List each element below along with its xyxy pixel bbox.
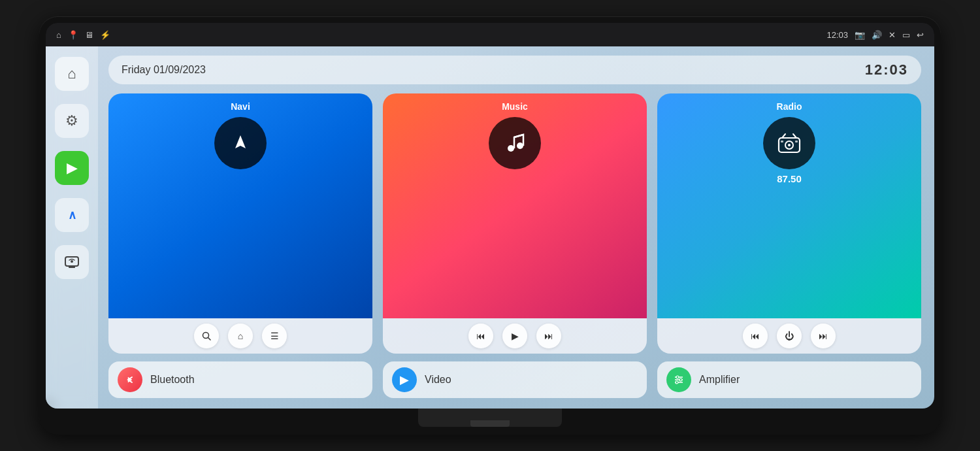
- home-status-icon: ⌂: [56, 30, 61, 40]
- music-controls: ⏮ ▶ ⏭: [383, 318, 647, 354]
- music-card-top: Music: [383, 93, 647, 318]
- bluetooth-button[interactable]: Bluetooth: [108, 361, 372, 398]
- video-label: Video: [425, 374, 451, 386]
- bluetooth-icon: [118, 367, 142, 392]
- radio-icon: [763, 117, 815, 169]
- music-label: Music: [502, 101, 528, 112]
- navi-search-button[interactable]: [194, 324, 219, 348]
- music-column: Music: [383, 93, 647, 398]
- sidebar-home-button[interactable]: ⌂: [55, 57, 89, 91]
- radio-prev-button[interactable]: ⏮: [743, 324, 768, 348]
- radio-next-button[interactable]: ⏭: [811, 324, 836, 348]
- screen-frame: ⌂ 📍 🖥 ⚡ 12:03 📷 🔊 ✕ ▭ ↩ ⌂ ⚙ ▶ ∧: [46, 23, 934, 409]
- svg-point-10: [788, 144, 791, 146]
- main-screen: ⌂ ⚙ ▶ ∧ Friday 01/09/2023: [46, 46, 934, 409]
- status-left: ⌂ 📍 🖥 ⚡: [56, 30, 110, 40]
- music-play-button[interactable]: ▶: [502, 324, 527, 348]
- video-icon: ▶: [392, 367, 417, 392]
- radio-card-top: Radio: [657, 93, 921, 318]
- navi-column: Navi: [108, 93, 372, 398]
- back-icon[interactable]: ↩: [917, 30, 924, 40]
- svg-point-5: [508, 145, 514, 152]
- radio-power-button[interactable]: ⏻: [777, 324, 802, 348]
- volume-icon: 🔊: [872, 30, 882, 40]
- sidebar-carplay-button[interactable]: ▶: [55, 151, 89, 185]
- device-stand: [418, 409, 562, 427]
- sidebar: ⌂ ⚙ ▶ ∧: [46, 46, 98, 409]
- window-icon[interactable]: ▭: [902, 30, 910, 40]
- radio-card[interactable]: Radio: [657, 93, 921, 354]
- status-bar: ⌂ 📍 🖥 ⚡ 12:03 📷 🔊 ✕ ▭ ↩: [46, 23, 934, 46]
- svg-point-2: [71, 260, 73, 263]
- camera-icon: 📷: [855, 30, 865, 40]
- radio-controls: ⏮ ⏻ ⏭: [657, 318, 921, 354]
- svg-point-20: [676, 381, 678, 384]
- navi-card[interactable]: Navi: [108, 93, 372, 354]
- navi-list-button[interactable]: ☰: [262, 324, 287, 348]
- radio-frequency: 87.50: [777, 173, 802, 184]
- music-card[interactable]: Music: [383, 93, 647, 354]
- sidebar-settings-button[interactable]: ⚙: [55, 104, 89, 138]
- amplifier-label: Amplifier: [699, 374, 740, 386]
- date-bar: Friday 01/09/2023 12:03: [108, 56, 921, 84]
- status-right: 12:03 📷 🔊 ✕ ▭ ↩: [826, 30, 924, 40]
- svg-line-7: [514, 135, 523, 137]
- svg-rect-14: [795, 141, 798, 142]
- navi-label: Navi: [231, 101, 250, 112]
- bluetooth-label: Bluetooth: [150, 374, 195, 386]
- usb-icon: ⚡: [100, 30, 110, 40]
- video-button[interactable]: ▶ Video: [383, 361, 647, 398]
- sidebar-wifi-button[interactable]: [55, 245, 89, 279]
- radio-column: Radio: [657, 93, 921, 398]
- navi-home-button[interactable]: ⌂: [228, 324, 253, 348]
- navi-icon: [214, 117, 267, 169]
- date-text: Friday 01/09/2023: [122, 64, 206, 76]
- svg-point-6: [517, 142, 523, 149]
- amplifier-button[interactable]: Amplifier: [657, 361, 921, 398]
- cards-grid: Navi: [108, 93, 921, 398]
- svg-point-18: [676, 376, 679, 378]
- close-icon[interactable]: ✕: [889, 30, 896, 40]
- music-icon: [489, 117, 541, 169]
- music-prev-button[interactable]: ⏮: [468, 324, 493, 348]
- navi-card-top: Navi: [108, 93, 372, 318]
- clock-display: 12:03: [865, 61, 908, 78]
- screen-icon: 🖥: [85, 30, 93, 40]
- svg-line-4: [208, 338, 211, 341]
- svg-point-19: [679, 378, 682, 381]
- sidebar-maps-button[interactable]: ∧: [55, 198, 89, 232]
- svg-rect-1: [69, 266, 75, 268]
- car-display-device: ⌂ 📍 🖥 ⚡ 12:03 📷 🔊 ✕ ▭ ↩ ⌂ ⚙ ▶ ∧: [39, 16, 941, 435]
- music-next-button[interactable]: ⏭: [536, 324, 561, 348]
- status-time: 12:03: [826, 30, 848, 40]
- content-area: Friday 01/09/2023 12:03 Navi: [98, 46, 934, 409]
- amplifier-icon: [666, 367, 691, 392]
- svg-rect-13: [781, 141, 783, 142]
- radio-label: Radio: [777, 101, 802, 112]
- location-icon: 📍: [68, 30, 78, 40]
- navi-controls: ⌂ ☰: [108, 318, 372, 354]
